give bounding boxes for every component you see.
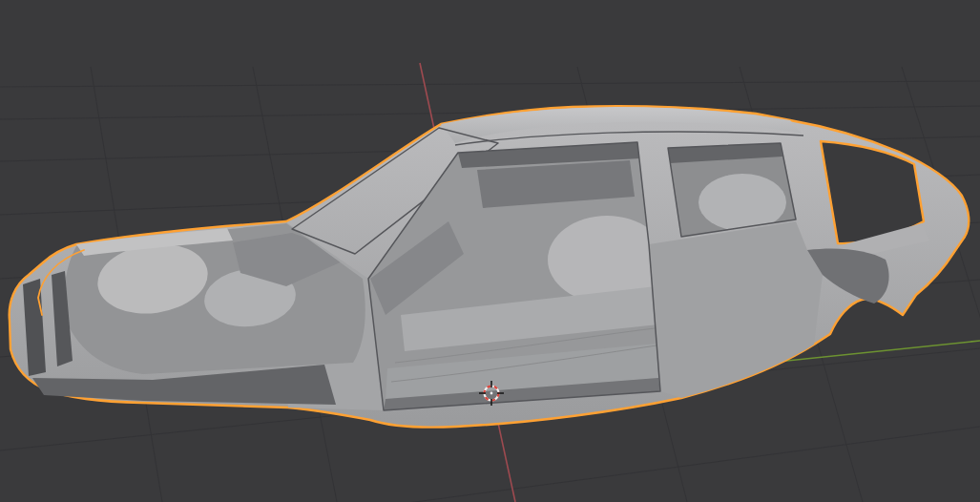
- cursor-center-dot: [490, 392, 493, 395]
- 3d-viewport[interactable]: [0, 0, 980, 502]
- quarter-window-opening: [668, 143, 796, 237]
- viewport-wrap: [0, 0, 980, 502]
